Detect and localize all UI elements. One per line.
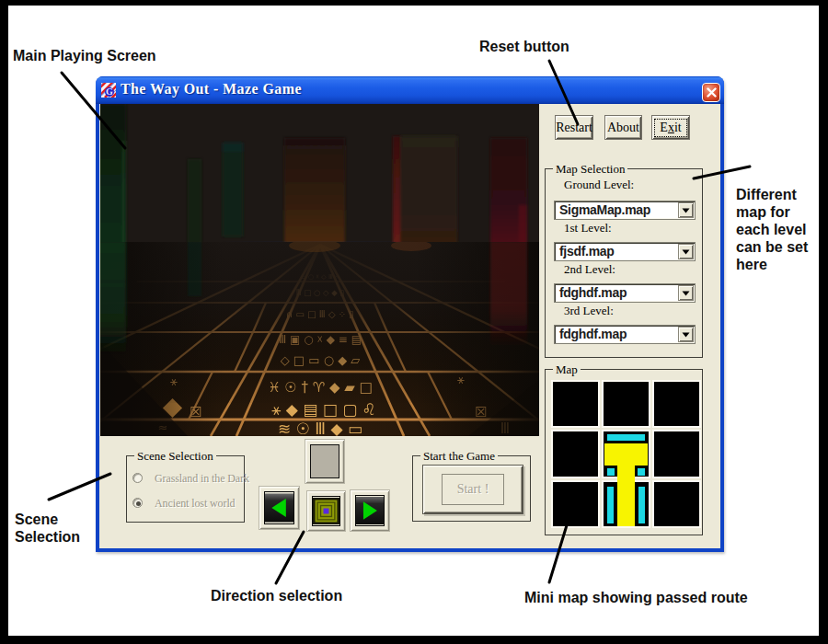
third-level-label: 3rd Level: — [564, 304, 614, 318]
ground-level-label: Ground Level: — [564, 178, 634, 192]
route-cyan-bar-left — [607, 487, 614, 523]
radio-button-icon — [132, 473, 143, 483]
close-button[interactable] — [702, 83, 720, 102]
close-icon — [707, 87, 717, 98]
second-level-label: 2nd Level: — [564, 262, 615, 277]
restart-button[interactable]: Restart — [555, 115, 593, 140]
chevron-down-icon — [682, 291, 690, 296]
third-level-value: fdghdf.map — [559, 327, 627, 341]
map-selection-group-title: Map Selection — [553, 162, 627, 176]
exit-button[interactable]: Exit — [651, 115, 690, 140]
annotation-direction-selection: Direction selection — [211, 587, 342, 604]
minimap-group-title: Map — [553, 362, 581, 376]
main-playing-screen[interactable]: ▭ ○ ☓ ◇ Ⅲ ⁘ Ⅲ □ ○ ◇ ◆ ▯ ∩ ▭ □ Ⅲ ◇ ⁘ ▯ Ⅲ … — [100, 104, 539, 436]
center-marker-icon — [313, 497, 339, 525]
annotation-scene-selection: Scene Selection — [15, 511, 90, 546]
first-level-dropdown-button[interactable] — [678, 244, 694, 259]
maze-3d-scene: ▭ ○ ☓ ◇ Ⅲ ⁘ Ⅲ □ ○ ◇ ◆ ▯ ∩ ▭ □ Ⅲ ◇ ⁘ ▯ Ⅲ … — [100, 104, 539, 436]
radio-ancient[interactable]: Ancient lost world — [132, 497, 241, 509]
minimap-group: Map — [545, 369, 703, 535]
annotated-screenshot-page: G The Way Out - Maze Game — [0, 0, 828, 644]
annotation-main-playing-screen: Main Playing Screen — [13, 47, 156, 64]
minimap-grid[interactable] — [551, 380, 701, 528]
restart-button-label: Restart — [556, 121, 592, 135]
radio-ancient-label: Ancient lost world — [155, 497, 236, 511]
radio-grassland-label: Grassland in the Dark — [155, 472, 249, 486]
blank-icon — [310, 444, 339, 478]
scene-selection-group-title: Scene Selection — [134, 449, 216, 463]
window-title: The Way Out - Maze Game — [121, 81, 302, 98]
window-client-area: ▭ ○ ☓ ◇ Ⅲ ⁘ Ⅲ □ ○ ◇ ◆ ▯ ∩ ▭ □ Ⅲ ◇ ⁘ ▯ Ⅲ … — [99, 104, 720, 548]
app-window: G The Way Out - Maze Game — [96, 76, 724, 552]
radio-grassland[interactable]: Grassland in the Dark — [132, 472, 241, 484]
annotation-mini-map: Mini map showing passed route — [524, 589, 748, 606]
second-level-value: fdghdf.map — [559, 285, 627, 300]
svg-text:G: G — [106, 86, 113, 97]
start-button-label: Start ! — [442, 474, 505, 505]
radio-dot — [136, 501, 141, 506]
start-game-group-title: Start the Game — [420, 449, 498, 463]
ground-level-dropdown-button[interactable] — [678, 202, 694, 218]
radio-button-selected-icon — [132, 498, 143, 508]
minimap-route — [551, 380, 701, 528]
about-button[interactable]: About — [604, 115, 642, 140]
second-level-dropdown-button[interactable] — [678, 285, 694, 301]
chevron-down-icon — [682, 332, 690, 338]
route-cyan-bar — [607, 434, 645, 441]
route-yellow-block — [604, 443, 648, 466]
route-cyan-dot-left — [607, 468, 615, 476]
ground-level-combobox[interactable]: SigmaMap.map — [554, 201, 696, 220]
second-level-combobox[interactable]: fdghdf.map — [554, 283, 696, 303]
annotation-different-map: Different map for each level can be set … — [736, 186, 821, 273]
first-level-combobox[interactable]: fjsdf.map — [554, 242, 696, 261]
left-direction-button[interactable] — [259, 486, 300, 530]
exit-button-label: Exit — [654, 119, 686, 137]
chevron-down-icon — [682, 249, 690, 255]
scene-selection-group: Scene Selection Grassland in the Dark An… — [126, 455, 245, 523]
green-arrow-right-icon — [356, 496, 384, 525]
map-selection-group: Map Selection Ground Level: SigmaMap.map… — [545, 168, 703, 358]
start-game-group: Start the Game Start ! — [412, 455, 531, 522]
route-cyan-dot-right — [638, 468, 645, 476]
floor-glyph-row: ≋ ☉ Ⅲ ◆ ▭ — [278, 420, 362, 436]
third-level-combobox[interactable]: fdghdf.map — [554, 325, 696, 344]
window-titlebar[interactable]: G The Way Out - Maze Game — [96, 76, 724, 104]
app-icon: G — [101, 83, 116, 98]
about-button-label: About — [607, 121, 639, 135]
first-level-label: 1st Level: — [564, 221, 612, 236]
green-arrow-left-icon — [265, 492, 293, 523]
route-cyan-bar-right — [638, 487, 645, 523]
first-level-value: fjsdf.map — [559, 244, 615, 259]
ground-level-value: SigmaMap.map — [559, 202, 650, 217]
chevron-down-icon — [682, 208, 690, 213]
center-direction-button[interactable] — [306, 490, 346, 532]
right-direction-button[interactable] — [350, 489, 390, 532]
annotation-reset-button: Reset button — [479, 38, 569, 55]
route-yellow-stem — [617, 466, 635, 526]
up-direction-button[interactable] — [305, 439, 345, 484]
third-level-dropdown-button[interactable] — [678, 327, 694, 342]
start-button[interactable]: Start ! — [422, 465, 523, 514]
